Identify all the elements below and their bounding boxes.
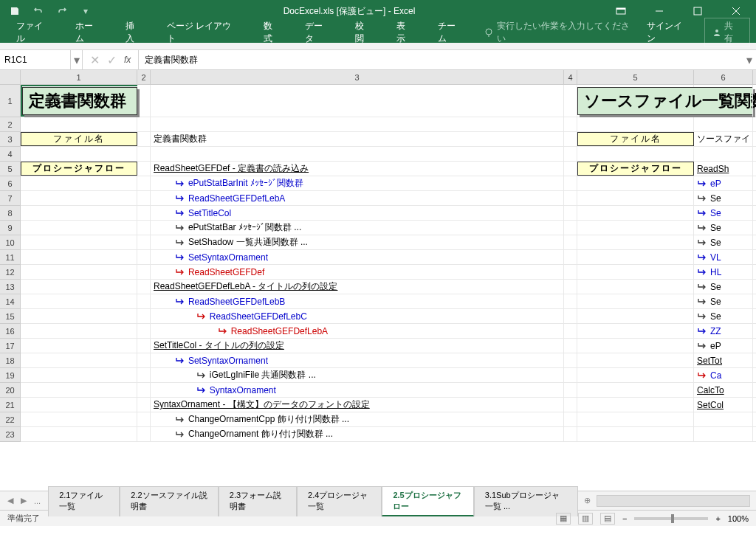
cell[interactable]: HL	[694, 265, 753, 279]
cell[interactable]: iGetLgIniFile 共通関数群 ...	[151, 368, 564, 382]
cell[interactable]: ePutStatBar ﾒｯｾｰｼﾞ関数群 ...	[151, 221, 564, 235]
cell[interactable]	[21, 117, 137, 131]
row-header[interactable]: 15	[0, 309, 20, 324]
cell[interactable]	[564, 294, 577, 308]
cell[interactable]	[577, 147, 694, 161]
cell[interactable]: ファイル名	[577, 132, 694, 146]
cell[interactable]	[151, 147, 564, 161]
cell[interactable]	[694, 427, 753, 441]
cell[interactable]	[21, 147, 137, 161]
cell[interactable]	[564, 250, 577, 264]
cell[interactable]	[137, 427, 151, 441]
row-header[interactable]: 12	[0, 265, 20, 280]
row-header[interactable]: 10	[0, 235, 20, 250]
column-header[interactable]: 5	[577, 70, 694, 84]
cell[interactable]	[564, 206, 577, 220]
row-header[interactable]: 20	[0, 383, 20, 398]
cell[interactable]	[564, 117, 577, 131]
cell[interactable]: ファイル名	[21, 132, 137, 146]
cell[interactable]	[137, 117, 151, 131]
cell[interactable]	[564, 353, 577, 367]
cell[interactable]: Se	[694, 191, 753, 205]
cell[interactable]	[577, 206, 694, 220]
cell[interactable]	[137, 250, 151, 264]
cell[interactable]	[137, 206, 151, 220]
cell[interactable]	[137, 235, 151, 249]
row-header[interactable]: 19	[0, 368, 20, 383]
cell[interactable]	[21, 339, 137, 353]
cell[interactable]	[564, 427, 577, 441]
formula-input[interactable]: 定義書関数群	[138, 50, 743, 69]
confirm-edit-icon[interactable]: ✓	[107, 53, 117, 67]
cell[interactable]	[564, 265, 577, 279]
cell[interactable]	[137, 191, 151, 205]
cell[interactable]: SyntaxOrnament - 【構文】のデータのフォントの設定	[151, 398, 564, 412]
sheet-tab[interactable]: 2.2ソースファイル説明書	[120, 486, 219, 516]
tell-me[interactable]: 実行したい作業を入力してください	[484, 20, 639, 45]
tab-formulas[interactable]: 数式	[253, 16, 292, 49]
name-box-dropdown-icon[interactable]: ▾	[71, 50, 83, 69]
row-header[interactable]: 21	[0, 398, 20, 412]
cell[interactable]	[564, 368, 577, 382]
cell[interactable]	[577, 265, 694, 279]
cell[interactable]: ReadSheetGEFDefLebA	[151, 324, 564, 338]
cell[interactable]	[137, 398, 151, 412]
cell[interactable]	[21, 324, 137, 338]
cell[interactable]: プロシージャフロー	[577, 162, 694, 176]
cell[interactable]: eP	[694, 339, 753, 353]
cell[interactable]	[21, 412, 137, 426]
cell[interactable]	[137, 176, 151, 190]
cell[interactable]	[564, 191, 577, 205]
cell[interactable]	[577, 221, 694, 235]
sheet-tab[interactable]: 2.4プロシージャ一覧	[297, 486, 382, 516]
cell[interactable]	[564, 412, 577, 426]
cell[interactable]	[577, 309, 694, 323]
cell[interactable]	[564, 383, 577, 397]
cancel-edit-icon[interactable]: ✕	[90, 53, 100, 67]
tab-ellipsis[interactable]: ...	[31, 497, 44, 505]
cell[interactable]	[21, 383, 137, 397]
cell[interactable]: 定義書関数群	[21, 85, 137, 117]
cell[interactable]	[564, 235, 577, 249]
cell[interactable]: Se	[694, 206, 753, 220]
cell[interactable]: Se	[694, 221, 753, 235]
row-header[interactable]: 11	[0, 250, 20, 265]
cell[interactable]	[21, 368, 137, 382]
zoom-in-icon[interactable]: +	[715, 514, 720, 523]
cell[interactable]	[577, 383, 694, 397]
row-header[interactable]: 23	[0, 427, 20, 442]
column-header[interactable]: 6	[694, 70, 753, 84]
cell[interactable]: SetTitleCol - タイトルの列の設定	[151, 339, 564, 353]
cell[interactable]	[21, 309, 137, 323]
cell[interactable]	[137, 280, 151, 294]
column-header[interactable]: 3	[151, 70, 564, 84]
cell[interactable]	[137, 368, 151, 382]
view-page-layout-icon[interactable]: ▥	[578, 513, 593, 525]
cell[interactable]	[21, 221, 137, 235]
cell[interactable]	[137, 353, 151, 367]
row-header[interactable]: 5	[0, 162, 20, 176]
view-page-break-icon[interactable]: ▤	[600, 513, 615, 525]
name-box[interactable]: R1C1	[0, 50, 71, 69]
cell[interactable]	[21, 250, 137, 264]
cell[interactable]: SetSyntaxOrnament	[151, 250, 564, 264]
cell[interactable]: ZZ	[694, 324, 753, 338]
tab-next-icon[interactable]: ▶	[18, 494, 30, 507]
cell[interactable]: eP	[694, 176, 753, 190]
cell[interactable]: SetSyntaxOrnament	[151, 353, 564, 367]
cell[interactable]	[564, 280, 577, 294]
cell[interactable]	[577, 250, 694, 264]
cell[interactable]	[21, 427, 137, 441]
cell[interactable]	[694, 117, 753, 131]
cell[interactable]	[694, 412, 753, 426]
cell[interactable]	[564, 176, 577, 190]
cell[interactable]	[137, 265, 151, 279]
row-header[interactable]: 16	[0, 324, 20, 339]
row-header[interactable]: 18	[0, 353, 20, 368]
cell[interactable]	[21, 235, 137, 249]
tab-page-layout[interactable]: ページ レイアウト	[157, 16, 250, 49]
cell[interactable]: ReadSheetGEFDefLebB	[151, 294, 564, 308]
tab-home[interactable]: ホーム	[65, 16, 112, 49]
cell[interactable]: ePutStatBarInit ﾒｯｾｰｼﾞ関数群	[151, 176, 564, 190]
cell[interactable]: ReadSheetGEFDefLebA - タイトルの列の設定	[151, 280, 564, 294]
